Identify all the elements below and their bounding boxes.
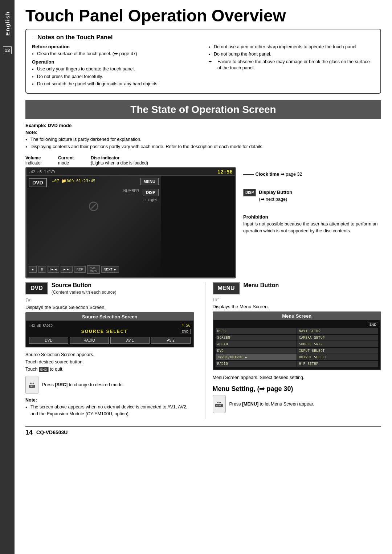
state-banner: The State of Operation Screen (25, 100, 381, 119)
language-label: English (4, 11, 11, 36)
disc-indicator-label: Disc indicator(Lights when a disc is loa… (91, 155, 163, 166)
displays-source-text: Displays the Source Selection Screen. (25, 305, 194, 310)
source-button-desc: (Content varies with each source) (52, 290, 117, 295)
right-item-2: Do not bump the front panel. (209, 51, 375, 58)
lcd-number-area: NUMBER (123, 189, 139, 193)
lcd-top-left: -42 dB 1:DVD (29, 170, 55, 174)
menu-hf-setup[interactable]: H-F SETUP (297, 361, 378, 367)
finger-icon-menu: ☞ (213, 295, 381, 304)
source-selection-screen: Source Selection Screen -42 dB RADIO 4:5… (25, 312, 194, 347)
notes-box: Notes on the Touch Panel Before operatio… (25, 29, 381, 94)
lcd-menu-button[interactable]: MENU (140, 178, 159, 185)
source-appear-text: Source Selection Screen appears. Touch d… (25, 351, 194, 373)
lcd-prohibition: ⊘ (87, 197, 100, 214)
page-number: 14 (25, 429, 33, 436)
menu-screen-cell[interactable]: SCREEN (216, 335, 297, 341)
current-mode-label: Currentmode (58, 155, 91, 166)
notes-right-col: Do not use a pen or other sharp implemen… (209, 44, 375, 89)
menu-appear-text: Menu Screen appears. Select desired sett… (213, 374, 381, 381)
source-time: 4:56 (181, 323, 190, 327)
menu-end-bar: END (216, 322, 379, 327)
menu-setting: Menu Setting, (➡ page 30) (213, 385, 381, 393)
lcd-callouts: Clock time ➡ page 32 DISP Display Button… (236, 167, 381, 278)
menu-input-output[interactable]: INPUT/OUTPUT ► (216, 354, 297, 360)
indicator-labels: Volumeindicator Currentmode Disc indicat… (25, 155, 381, 166)
menu-navi-setup[interactable]: NAVI SETUP (297, 328, 378, 334)
lcd-dvd-info: ✏07 📁009 01:23:45 (52, 179, 95, 183)
source-select-title: SOURCE SELECT (29, 329, 180, 334)
source-selection-body: -42 dB RADIO 4:56 SOURCE SELECT END DVD … (26, 321, 193, 347)
source-dvd-btn[interactable]: DVD (29, 337, 68, 344)
menu-radio[interactable]: RADIO (216, 361, 297, 367)
remote-icon-src: ■■■ SRC (25, 376, 38, 394)
main-content: Touch Panel Operation Overview Notes on … (15, 0, 392, 447)
right-item-1: Do not use a pen or other sharp implemen… (209, 44, 375, 50)
prohibition-text: Input is not possible because the user h… (243, 221, 377, 233)
bottom-note-item-1: The screen above appears when no externa… (25, 404, 194, 417)
lcd-next-arrow-btn[interactable]: NEXT ► (101, 266, 119, 273)
lcd-top-bar: -42 dB 1:DVD 12:56 (26, 168, 235, 176)
menu-button-title: Menu Button (244, 282, 279, 288)
lcd-rep-btn[interactable]: REP (74, 266, 86, 273)
source-end-btn[interactable]: END (180, 329, 190, 334)
menu-user[interactable]: USER (216, 328, 297, 334)
source-selection-header: Source Selection Screen (26, 313, 193, 321)
menu-dvd[interactable]: DVD (216, 348, 297, 354)
clock-time-ref: page 32 (286, 172, 302, 177)
source-button-label-area: Source Button (Content varies with each … (52, 282, 117, 295)
source-column: DVD Source Button (Content varies with e… (25, 282, 194, 419)
display-button-callout: DISP Display Button (➡ next page) (243, 189, 381, 203)
source-av1-btn[interactable]: AV 1 (110, 337, 150, 344)
source-dvd-button[interactable]: DVD (25, 282, 48, 294)
product-code: CQ-VD6503U (36, 429, 68, 435)
menu-setting-label: Menu Setting, (➡ page 30) (213, 385, 293, 392)
lcd-next-btn[interactable]: ►►I (61, 266, 72, 273)
sidebar: English 13 (0, 0, 15, 554)
source-av2-btn[interactable]: AV 2 (151, 337, 190, 344)
press-src-row: ■■■ SRC Press [SRC] to change to desired… (25, 376, 194, 394)
menu-row-3: AUDIO SOURCE SKIP (216, 341, 379, 347)
notes-columns: Before operation Clean the surface of th… (32, 44, 375, 89)
example-value: DVD mode (48, 123, 72, 128)
source-topbar: -42 dB RADIO 4:56 (29, 323, 191, 327)
menu-camera-setup[interactable]: CAMERA SETUP (297, 335, 378, 341)
menu-screen-header: Menu Screen (213, 312, 381, 320)
displays-menu-text: Displays the Menu Screen. (213, 304, 381, 309)
press-menu-text: Press [MENU] to let Menu Screen appear. (229, 401, 314, 408)
notes-title: Notes on the Touch Panel (32, 34, 375, 41)
source-button-title: Source Button (52, 282, 91, 288)
menu-row-5: INPUT/OUTPUT ► OUTPUT SELECT (216, 354, 379, 360)
menu-source-skip[interactable]: SOURCE SKIP (297, 341, 378, 347)
lcd-main: DVD ✏07 📁009 01:23:45 MENU DISP NUMBER □… (26, 176, 235, 277)
op-item-3: Do not scratch the panel with fingernail… (32, 81, 198, 87)
source-radio-btn[interactable]: RADIO (70, 337, 109, 344)
lcd-dvd-menu-btn[interactable]: DVDMENU (87, 265, 100, 274)
menu-output-select[interactable]: OUTPUT SELECT (297, 354, 378, 360)
note-item-2: Displaying contents and their positions … (25, 143, 381, 150)
end-inline: END (39, 367, 49, 372)
lcd-pause-btn[interactable]: II (38, 266, 46, 273)
menu-audio[interactable]: AUDIO (216, 341, 297, 347)
finger-icon-source: ☞ (25, 296, 194, 305)
clock-time-label: Clock time (255, 171, 279, 177)
lcd-prev-btn[interactable]: I◄◄ (48, 266, 59, 273)
source-btn-area: DVD Source Button (Content varies with e… (25, 282, 194, 295)
notes-left-col: Before operation Clean the surface of th… (32, 44, 198, 89)
before-operation-header: Before operation (32, 44, 198, 49)
menu-button-box[interactable]: MENU (213, 282, 240, 294)
menu-screen: Menu Screen END USER NAVI SETUP SCREEN C… (213, 311, 381, 370)
bottom-section: DVD Source Button (Content varies with e… (25, 282, 381, 419)
menu-btn-area: MENU Menu Button (213, 282, 381, 294)
lcd-controls: ■ II I◄◄ ►►I REP DVDMENU NEXT ► (29, 265, 119, 274)
right-item-3: Failure to observe the above may damage … (209, 59, 375, 72)
menu-input-select[interactable]: INPUT SELECT (297, 348, 378, 354)
lcd-stop-btn[interactable]: ■ (29, 266, 37, 273)
op-item-2: Do not press the panel forcefully. (32, 74, 198, 80)
display-button-ref: (➡ next page) (259, 197, 287, 202)
lcd-dvd-button[interactable]: DVD (29, 178, 47, 187)
menu-end-btn[interactable]: END (368, 322, 378, 327)
lcd-disp-button[interactable]: DISP (143, 189, 159, 196)
volume-indicator-label: Volumeindicator (25, 155, 58, 166)
source-buttons: DVD RADIO AV 1 AV 2 (29, 337, 191, 344)
note-para: Note: (25, 130, 381, 135)
